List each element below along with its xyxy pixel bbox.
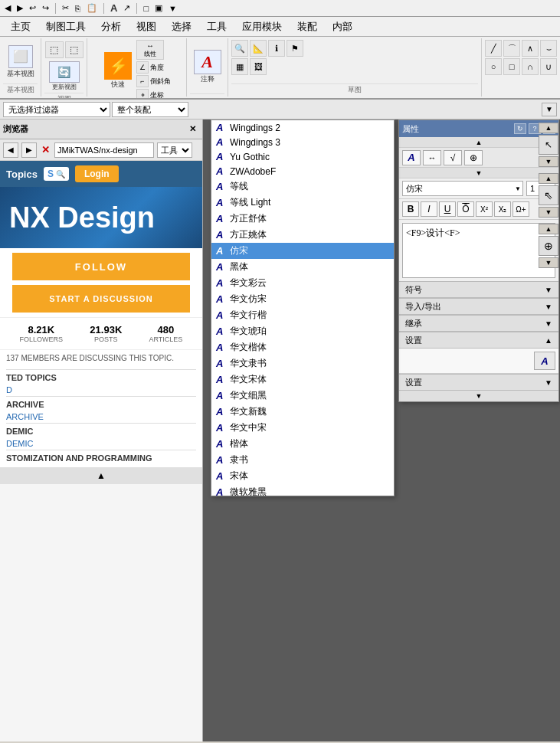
fillet-icon[interactable]: ⌣: [540, 40, 557, 57]
font-select-container[interactable]: 仿宋 ▼: [402, 181, 523, 196]
font-item-kaiti[interactable]: A 楷体: [211, 436, 394, 452]
font-item-zwadobef[interactable]: A ZWAdobeF: [211, 164, 394, 178]
text-sqrt-icon[interactable]: √: [444, 150, 462, 165]
settings-icon-btn[interactable]: A: [534, 352, 555, 370]
section-symbol-header[interactable]: 符号 ▼: [399, 281, 558, 298]
menu-view[interactable]: 视图: [129, 18, 164, 36]
menu-assembly[interactable]: 装配: [290, 18, 325, 36]
font-item-huawen-xihei[interactable]: A 华文细黑: [211, 388, 394, 404]
font-color-icon[interactable]: A: [109, 2, 119, 14]
nav-url-input[interactable]: [54, 142, 154, 158]
annotation-button[interactable]: A 注释: [192, 47, 224, 86]
font-item-weiru-yahei[interactable]: A 微软雅黑: [211, 484, 394, 496]
scroll-up-btn[interactable]: ▲: [399, 137, 558, 148]
flag-icon[interactable]: ⚑: [287, 40, 303, 57]
bold-button[interactable]: B: [402, 201, 419, 217]
window-icon[interactable]: □: [142, 4, 150, 13]
icon-btn-1[interactable]: ⬚: [45, 41, 64, 58]
superscript-button[interactable]: X²: [476, 201, 493, 217]
subscript-button[interactable]: X₂: [494, 201, 511, 217]
nav-close-icon[interactable]: ✕: [41, 144, 50, 155]
menu-tools[interactable]: 工具: [199, 18, 234, 36]
curve-icon[interactable]: ╱: [485, 40, 502, 57]
section-settings1-header[interactable]: 设置 ▲: [399, 332, 558, 349]
update-view-button[interactable]: 🔄 更新视图: [47, 60, 81, 93]
section-archive-item[interactable]: ARCHIVE: [6, 411, 196, 423]
right-tool-up3[interactable]: ▲: [539, 224, 558, 234]
copy-icon[interactable]: ⎘: [74, 4, 82, 13]
icon-btn-2[interactable]: ⬚: [65, 41, 84, 58]
chamfer-button[interactable]: ⌐ 倒斜角: [136, 75, 171, 87]
nav-back-btn[interactable]: ◀: [3, 142, 18, 158]
font-item-fangzheng-shu[interactable]: A 方正舒体: [211, 211, 394, 227]
font-item-fangzheng-yao[interactable]: A 方正姚体: [211, 227, 394, 243]
paint-icon[interactable]: ↗: [122, 3, 132, 13]
right-tool-down3[interactable]: ▼: [539, 257, 558, 268]
web-follow-btn[interactable]: FOLLOW: [12, 253, 190, 280]
hatch-icon[interactable]: ▦: [231, 58, 248, 75]
font-item-huawen-xinwei[interactable]: A 华文新魏: [211, 404, 394, 420]
font-item-songti[interactable]: A 宋体: [211, 468, 394, 484]
menu-select[interactable]: 选择: [164, 18, 199, 36]
annot-scroll-bottom[interactable]: ▼: [399, 391, 558, 401]
right-tool-down[interactable]: ▼: [539, 156, 558, 167]
font-dropdown[interactable]: A Wingdings 2 A Wingdings 3 A Yu Gothic …: [211, 119, 395, 496]
text-add-icon[interactable]: ⊕: [464, 150, 483, 165]
nav-tools-select[interactable]: 工具: [157, 142, 192, 158]
arc2-icon[interactable]: ∩: [522, 58, 539, 75]
font-item-yugothic[interactable]: A Yu Gothic: [211, 149, 394, 164]
overline-button[interactable]: Ō: [457, 201, 474, 217]
font-item-heiti[interactable]: A 黑体: [211, 259, 394, 275]
cut-icon[interactable]: ✂: [61, 3, 70, 13]
font-item-wingdings3[interactable]: A Wingdings 3: [211, 135, 394, 149]
annotation-textarea[interactable]: <F9>设计<F>: [402, 223, 555, 278]
web-search-box[interactable]: S 🔍: [44, 167, 69, 181]
section-settings2-header[interactable]: 设置 ▼: [399, 374, 558, 391]
menu-internal[interactable]: 内部: [325, 18, 360, 36]
panel-close-btn[interactable]: ✕: [186, 124, 199, 134]
undo-icon[interactable]: ↩: [28, 3, 38, 13]
filter-select[interactable]: 无选择过滤器: [3, 102, 110, 117]
menu-home[interactable]: 主页: [3, 18, 38, 36]
font-item-huawen-xingkai[interactable]: A 华文行楷: [211, 307, 394, 323]
font-item-huawen-hupo[interactable]: A 华文琥珀: [211, 323, 394, 339]
font-item-wingdings2[interactable]: A Wingdings 2: [211, 120, 394, 135]
text-arrow-icon[interactable]: ↔: [423, 150, 441, 165]
font-item-huawen-kaiti[interactable]: A 华文楷体: [211, 339, 394, 355]
paste-icon[interactable]: 📋: [85, 3, 99, 13]
redo-icon[interactable]: ↪: [41, 3, 51, 13]
annot-rotate-btn[interactable]: ↻: [514, 123, 526, 134]
section-ted-item[interactable]: D: [6, 384, 196, 396]
italic-button[interactable]: I: [421, 201, 437, 217]
font-item-dengxian-light[interactable]: A 等线 Light: [211, 195, 394, 211]
basic-view-button[interactable]: ⬜ 基本视图: [5, 43, 37, 81]
angle-button[interactable]: ∠ 角度: [136, 61, 171, 74]
linear-button[interactable]: ↔ 线性: [136, 40, 164, 60]
font-item-huawen-fangsong[interactable]: A 华文仿宋: [211, 291, 394, 307]
arc-icon[interactable]: ⌒: [503, 40, 520, 57]
font-item-dengxian[interactable]: A 等线: [211, 178, 394, 195]
right-tool-up2[interactable]: ▲: [539, 173, 558, 184]
settings-icon[interactable]: ▼: [167, 4, 178, 13]
underline-button[interactable]: U: [439, 201, 456, 217]
circle-icon[interactable]: ○: [485, 58, 502, 75]
right-tool-down2[interactable]: ▼: [539, 207, 558, 218]
rect-icon[interactable]: □: [503, 58, 520, 75]
symbol-button[interactable]: Ω+: [513, 201, 529, 217]
text-italic-a-icon[interactable]: A: [402, 150, 421, 165]
info-icon[interactable]: ℹ: [268, 40, 285, 57]
font-item-fangsong[interactable]: A 仿宋: [211, 243, 394, 259]
settings-sub-icon[interactable]: ▼: [542, 103, 557, 116]
font-item-huawen-zhongsong[interactable]: A 华文中宋: [211, 420, 394, 436]
right-tool-cursor[interactable]: ⇖: [539, 185, 558, 205]
section-inherit-header[interactable]: 继承 ▼: [399, 315, 558, 332]
forward-icon[interactable]: ▶: [15, 3, 25, 13]
more-icon[interactable]: ∪: [540, 58, 557, 75]
web-bottom-arrow[interactable]: ▲: [0, 467, 202, 484]
polyline-icon[interactable]: ∧: [522, 40, 539, 57]
right-tool-add[interactable]: ⊕: [539, 236, 558, 256]
photo-icon[interactable]: 🖼: [250, 58, 267, 75]
font-item-huawen-cai[interactable]: A 华文彩云: [211, 275, 394, 291]
font-item-lishu[interactable]: A 隶书: [211, 452, 394, 468]
search-icon-ribbon[interactable]: 🔍: [231, 40, 248, 57]
